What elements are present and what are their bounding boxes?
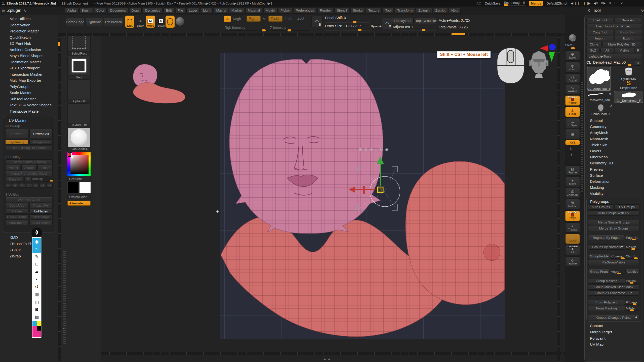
tool-thumb[interactable]: S SimpleBrush	[615, 80, 643, 90]
menu-item[interactable]: Transform	[395, 8, 415, 14]
dot-icon[interactable]: •	[32, 276, 41, 283]
unwrap-all-button[interactable]: Unwrap All	[29, 129, 53, 139]
erase-button[interactable]: Erase	[37, 165, 53, 170]
tool-section[interactable]: Thick Skin	[590, 143, 641, 149]
scroll-button[interactable]: ⊕Scroll	[565, 51, 580, 61]
import-button[interactable]: Import	[586, 36, 613, 41]
groups-by-normals-button[interactable]: Groups By Normals	[588, 244, 625, 250]
density-x-button[interactable]: X	[24, 177, 31, 182]
tool-section[interactable]: Contact	[590, 324, 641, 330]
collapse-right-tray-icon[interactable]: ∣∣∣∣▶	[582, 2, 590, 5]
loadctrlmap-button[interactable]: LoadCtrlMap	[5, 220, 28, 225]
attract-from-ambient-occlusion-button[interactable]: AttractFromAmbientOccl	[5, 171, 53, 176]
actual-button[interactable]: ×1Actual	[565, 73, 580, 83]
secondary-color-swatch[interactable]	[79, 182, 91, 193]
gizmo-icon-row[interactable]: ⚙ ⊛ ⊕ ⌂ ↻ ◉ –	[359, 147, 393, 152]
menu-item[interactable]: Help	[449, 8, 461, 14]
stroke-shape-tile[interactable]: Rect	[67, 56, 91, 80]
ghost-button[interactable]: ◌Ghost	[565, 234, 580, 244]
rotate-z-icon[interactable]: ↺	[569, 153, 573, 157]
load-tools-from-project-button[interactable]: Load Tools From Project	[586, 24, 641, 29]
zplugin-section[interactable]: Misc Utilities	[10, 17, 52, 23]
canvas-top-ruler[interactable]	[58, 33, 565, 36]
menu-item[interactable]: Light	[201, 8, 213, 14]
move3d-button[interactable]: +Move	[565, 177, 580, 187]
uv-master-title[interactable]: UV Master	[9, 118, 53, 123]
texture-tile[interactable]: Texture Off	[67, 104, 91, 127]
paste-tool-button[interactable]: Paste Tool	[614, 30, 641, 35]
zplugin-section[interactable]: FBX ExportImport	[10, 66, 52, 72]
focal-shift-slider[interactable]	[325, 22, 370, 22]
tool-section[interactable]: Polypaint	[590, 336, 641, 342]
move-mode-button[interactable]: M Move	[146, 16, 155, 28]
divider-right-icon[interactable]: ⧉▶	[601, 2, 606, 5]
cursor-icon[interactable]: ↖	[32, 245, 41, 253]
alternate-button[interactable]: Alternate	[67, 201, 91, 206]
zplugin-section[interactable]: Decimation Master	[10, 60, 52, 66]
refresh-icon[interactable]: ↻	[641, 9, 644, 13]
aahalf-button[interactable]: ½AAHalf	[565, 84, 580, 94]
zplugin-section[interactable]: PolyGroupIt	[10, 84, 52, 91]
draw-size-slider[interactable]	[325, 30, 370, 30]
lightbox-button[interactable]: LightBox	[85, 18, 103, 26]
board-icon[interactable]: ◫	[32, 298, 41, 306]
main-color-swatch[interactable]	[67, 182, 79, 193]
spix-slider[interactable]	[566, 48, 579, 49]
restore-button[interactable]: ❒	[615, 2, 617, 5]
rgb-intensity-slider[interactable]	[225, 30, 268, 31]
menu-item[interactable]: Preferences	[294, 8, 316, 14]
menu-item[interactable]: Stroke	[350, 8, 365, 14]
collapse-left-tray-icon[interactable]: ◀∣∣∣∣	[571, 2, 579, 5]
make-polymesh3d-button[interactable]: Make PolyMesh3D	[602, 42, 641, 47]
tool-thumb-selected[interactable]: CL_DemoHead_F	[587, 67, 611, 91]
polish-groups-slider[interactable]: PolishG	[626, 278, 639, 284]
rotate-y-icon[interactable]: ↻	[569, 147, 573, 151]
menu-item[interactable]: Document	[108, 8, 128, 14]
menu-item[interactable]: Tool	[383, 8, 394, 14]
tool-r-button[interactable]: R	[635, 61, 641, 66]
tool-thumb[interactable]: Cylinder3D	[615, 67, 643, 81]
zbrush-document[interactable]	[220, 53, 505, 339]
tool-section[interactable]: Deformation	[590, 179, 641, 185]
dynamic-label[interactable]: Dynamic	[371, 25, 382, 28]
live-boolean-button[interactable]: Live Boolean	[104, 18, 123, 26]
regroup-by-edges-button[interactable]: Regroup By Edges	[588, 235, 625, 240]
menu-item[interactable]: Draw	[129, 8, 142, 14]
tool-section[interactable]: FiberMesh	[590, 155, 641, 161]
menu-item[interactable]: Zscript	[433, 8, 448, 14]
density-button[interactable]: Density	[5, 177, 23, 182]
tray-scrollbar[interactable]: ▸◂	[63, 249, 66, 344]
tool-thumb[interactable]: 2 DemoHead_1	[589, 104, 612, 116]
menu-item[interactable]: Movie	[263, 8, 277, 14]
max-angle-slider[interactable]: MaxAn	[626, 244, 639, 250]
group-masked-button[interactable]: Group Masked	[588, 278, 625, 284]
auto-groups-button[interactable]: Auto Groups	[588, 204, 613, 210]
tool-section[interactable]: Morph Target	[590, 330, 641, 336]
save-as-button[interactable]: Save As	[614, 18, 641, 23]
switch-color-button[interactable]: SwitchColor	[67, 195, 91, 199]
group-masked-clear-mask-button[interactable]: Group Masked Clear Mask	[588, 284, 639, 290]
export-button[interactable]: Export	[614, 36, 641, 41]
eraser-icon[interactable]: ▰	[32, 268, 41, 276]
savectrlmap-button[interactable]: SaveCtrlMap	[29, 220, 53, 225]
tool-section[interactable]: Geometry	[590, 124, 641, 130]
lightbox-tools-button[interactable]: Lightbox▶Tools	[586, 54, 641, 59]
see-through-slider[interactable]: See-through 0	[504, 1, 526, 6]
zplugin-section[interactable]: 3D Print Hub	[10, 41, 52, 48]
zplugin-section[interactable]: Projection Master	[10, 29, 52, 35]
shape-icon[interactable]: □	[32, 260, 41, 268]
scale-mode-button[interactable]: S Scale	[156, 16, 166, 28]
copy-tool-button[interactable]: Copy Tool	[586, 30, 613, 35]
close-button[interactable]: ✕	[620, 2, 623, 5]
clipboard-icon[interactable]: ▤	[32, 313, 41, 321]
paste-uvs-button[interactable]: Paste UVs	[29, 203, 53, 208]
work-on-clone-button[interactable]: Work On Clone	[5, 197, 53, 202]
replay-last-rel-button[interactable]: ReplayLastRel	[415, 18, 437, 24]
shelf-scrollbar[interactable]	[581, 82, 583, 192]
enable-control-painting-button[interactable]: Enable Control Painting	[5, 159, 53, 164]
menu-item[interactable]: Render	[317, 8, 333, 14]
coverage-slider[interactable]: Covera	[611, 254, 625, 259]
zplugin-section[interactable]: SubTool Master	[10, 97, 52, 103]
from-masking-button[interactable]: From Masking	[588, 306, 625, 311]
canvas-area[interactable]: ⚙ ⊛ ⊕ ⌂ ↻ ◉ – Shift + Ctrl + Mouse left …	[101, 36, 565, 362]
